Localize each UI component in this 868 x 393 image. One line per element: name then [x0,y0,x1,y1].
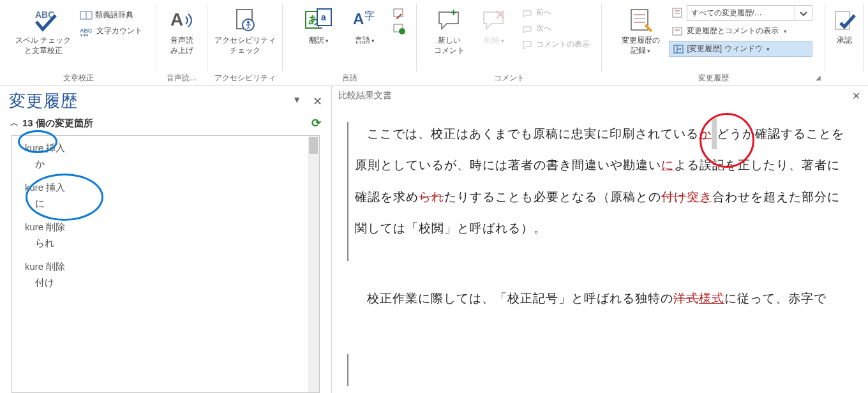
change-item[interactable]: kure 削除 付け [12,255,319,294]
scrollbar[interactable] [308,136,319,392]
sound-icon: A [169,6,195,34]
svg-point-8 [247,21,250,24]
translate-button[interactable]: あa 翻訳 [301,5,336,47]
language-button[interactable]: A字 言語 [347,5,382,47]
text-cursor [712,118,717,149]
svg-rect-15 [394,9,403,17]
document-title-bar: 比較結果文書 ✕ [332,86,868,105]
group-changes: 承認 [825,0,864,85]
hanja-icon[interactable] [393,23,405,34]
show-comments-icon [522,40,534,49]
insertion: に [661,158,674,172]
tracking-launcher[interactable]: ◢ [814,74,823,83]
change-item[interactable]: kure 削除 られ [12,215,319,255]
track-changes-button[interactable]: 変更履歴の 記録 [619,5,662,57]
doc-pane-close[interactable]: ✕ [852,90,860,102]
prev-comment-button: 前へ [521,6,591,19]
track-changes-icon [627,6,654,34]
insertion: か [699,127,712,140]
markup-display-combo-arrow[interactable] [795,5,812,21]
pane-menu-arrow[interactable]: ▼ [292,94,301,108]
deletion: られ [419,190,444,204]
document-body[interactable]: ここでは、校正はあくまでも原稿に忠実に印刷されているか どうか確認することを原則… [332,105,868,343]
book-icon [80,10,93,20]
group-comments: + 新しい コメント 削除 前へ 次へ [417,0,602,85]
svg-rect-28 [673,27,682,35]
group-tracking: 変更履歴の 記録 すべての変更履歴/… 変更履歴とコメントの表示 ▾ [602,0,825,85]
pane-title: 変更履歴 [9,90,78,112]
show-markup-button[interactable]: 変更履歴とコメントの表示 ▾ [669,24,812,38]
readaloud-button[interactable]: A 音声読 み上げ [164,5,200,57]
deletion: 付け [661,190,687,204]
group-proofing: ABC スペル チェック と文章校正 類義語辞典 ABC123 文字カウント 文… [0,0,156,85]
reviewing-pane-button[interactable]: [変更履歴] ウィンドウ ▾ [669,41,812,57]
svg-text:a: a [321,12,326,22]
svg-text:A: A [170,10,183,29]
new-comment-button[interactable]: + 新しい コメント [431,5,467,57]
pane-close[interactable]: ✕ [313,94,322,108]
change-item[interactable]: kure 挿入 か [12,136,319,175]
svg-rect-21 [631,10,648,30]
language-icon: A字 [352,6,377,34]
next-comment-button: 次へ [521,22,591,34]
wordcount-button[interactable]: ABC123 文字カウント [79,25,144,37]
translate-icon: あa [304,6,333,34]
delete-comment-button: 削除 [476,5,512,47]
deletion: 洋式 [673,292,699,305]
change-count: 13 個の変更箇所 [22,117,93,130]
prev-icon [522,8,534,17]
svg-text:A: A [353,10,364,27]
change-list: kure 挿入 か kure 挿入 に kure 削除 られ kure 削除 付… [11,135,320,393]
spellcheck-button[interactable]: ABC スペル チェック と文章校正 [13,5,73,57]
new-comment-icon: + [437,6,462,34]
document-pane: 比較結果文書 ✕ ここでは、校正はあくまでも原稿に忠実に印刷されているか どうか… [332,86,868,393]
insertion: 様式 [699,292,724,305]
svg-rect-25 [673,8,682,17]
svg-text:123: 123 [80,33,89,36]
spellcheck-icon: ABC [29,6,58,34]
show-comments-button: コメントの表示 [521,38,591,50]
update-ime-icon[interactable] [393,8,405,19]
scrollbar-thumb[interactable] [309,137,318,154]
refresh-icon[interactable]: ⟳ [311,116,321,130]
paragraph: 校正作業に際しては、「校正記号」と呼ばれる独特の洋式様式に従って、赤字で [355,283,845,314]
svg-text:字: 字 [364,10,375,21]
delete-comment-icon [481,6,507,34]
ribbon: ABC スペル チェック と文章校正 類義語辞典 ABC123 文字カウント 文… [0,0,868,86]
show-markup-icon [671,26,684,36]
thesaurus-button[interactable]: 類義語辞典 [79,9,144,21]
wordcount-icon: ABC123 [80,26,94,36]
body-split: 変更履歴 ▼ ✕ ︿ 13 個の変更箇所 ⟳ kure 挿入 か kure 挿入… [0,86,868,393]
accept-button[interactable]: 承認 [827,5,862,47]
change-item[interactable]: kure 挿入 に [12,175,319,215]
svg-point-17 [399,28,405,34]
next-icon [522,24,534,33]
group-language: あa 翻訳 A字 言語 言語 [283,0,417,85]
group-accessibility: アクセシビリティ チェック アクセシビリティ [207,0,283,85]
reviewing-pane: 変更履歴 ▼ ✕ ︿ 13 個の変更箇所 ⟳ kure 挿入 か kure 挿入… [0,86,332,393]
accept-icon [832,6,857,34]
accessibility-check-button[interactable]: アクセシビリティ チェック [212,5,278,57]
svg-text:+: + [451,8,456,18]
accessibility-icon [233,6,257,34]
markup-icon [669,5,687,21]
collapse-arrow[interactable]: ︿ [10,117,19,129]
insertion: 突き [687,190,712,204]
markup-display-combo[interactable]: すべての変更履歴/… [687,5,795,21]
paragraph: ここでは、校正はあくまでも原稿に忠実に印刷されているか どうか確認することを原則… [355,118,845,244]
reviewing-pane-icon [673,45,684,54]
group-speech: A 音声読 み上げ 音声読… [156,0,207,85]
